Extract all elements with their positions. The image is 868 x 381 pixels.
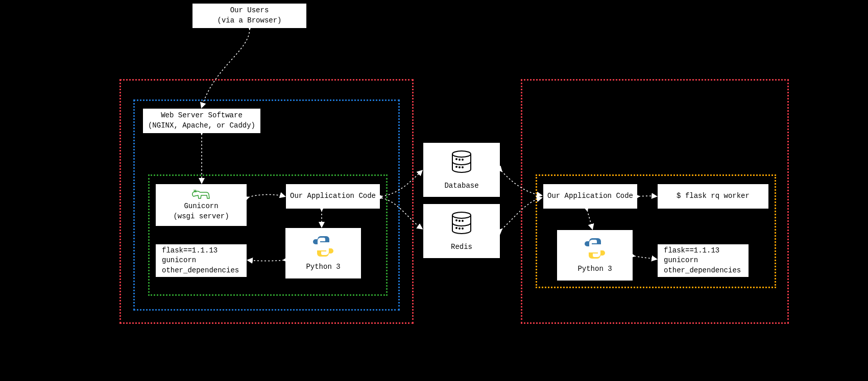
- svg-point-9: [452, 212, 471, 218]
- svg-point-6: [456, 166, 457, 167]
- gunicorn-icon: [191, 188, 211, 201]
- gunicorn-sub: (wsgi server): [173, 212, 229, 222]
- python-right: Python 3: [557, 230, 633, 281]
- python-icon-right: [583, 236, 607, 264]
- appcode-left-label: Our Application Code: [290, 191, 376, 201]
- redis-box: Redis: [423, 204, 500, 259]
- database-label: Database: [444, 181, 478, 191]
- svg-point-1: [325, 253, 327, 255]
- users-line2: (via a Browser): [217, 16, 281, 26]
- deps-right: flask==1.1.13 gunicorn other_dependencie…: [657, 244, 749, 277]
- svg-point-12: [462, 220, 463, 221]
- deps-left: flask==1.1.13 gunicorn other_dependencie…: [155, 244, 247, 277]
- users-line1: Our Users: [230, 6, 269, 16]
- deps-l3: other_dependencies: [162, 266, 239, 276]
- svg-point-7: [459, 167, 460, 168]
- redis-icon: [447, 210, 476, 242]
- svg-point-8: [462, 167, 463, 168]
- svg-point-16: [591, 241, 593, 243]
- svg-point-13: [456, 227, 457, 228]
- deps-r3: other_dependencies: [664, 266, 741, 276]
- users-box: Our Users (via a Browser): [192, 3, 307, 29]
- svg-point-5: [462, 159, 463, 160]
- redis-label: Redis: [451, 242, 472, 252]
- svg-point-2: [452, 151, 471, 157]
- python-left: Python 3: [285, 227, 361, 279]
- python-icon: [311, 234, 335, 262]
- svg-point-14: [459, 228, 460, 229]
- appcode-right: Our Application Code: [543, 184, 638, 209]
- deps-l2: gunicorn: [162, 256, 196, 266]
- deps-r2: gunicorn: [664, 256, 698, 266]
- svg-point-4: [459, 159, 460, 160]
- svg-point-3: [456, 159, 457, 160]
- svg-point-0: [319, 239, 321, 241]
- svg-point-11: [459, 220, 460, 221]
- python-right-label: Python 3: [577, 264, 612, 274]
- webserver-l2: (NGINX, Apache, or Caddy): [148, 121, 255, 131]
- python-left-label: Python 3: [306, 262, 340, 272]
- database-icon: [447, 149, 476, 181]
- svg-point-17: [597, 255, 599, 257]
- appcode-right-label: Our Application Code: [547, 191, 633, 201]
- svg-point-10: [456, 220, 457, 221]
- gunicorn-box: Gunicorn (wsgi server): [155, 184, 247, 226]
- webserver-l1: Web Server Software: [161, 111, 243, 121]
- database-box: Database: [423, 142, 500, 197]
- gunicorn-name: Gunicorn: [184, 201, 218, 212]
- deps-r1: flask==1.1.13: [664, 246, 719, 256]
- worker-cmd-label: $ flask rq worker: [677, 191, 750, 201]
- webserver-box: Web Server Software (NGINX, Apache, or C…: [142, 108, 261, 134]
- svg-point-15: [462, 228, 463, 229]
- appcode-left: Our Application Code: [285, 184, 380, 209]
- worker-cmd-box: $ flask rq worker: [657, 184, 769, 209]
- deps-l1: flask==1.1.13: [162, 246, 218, 256]
